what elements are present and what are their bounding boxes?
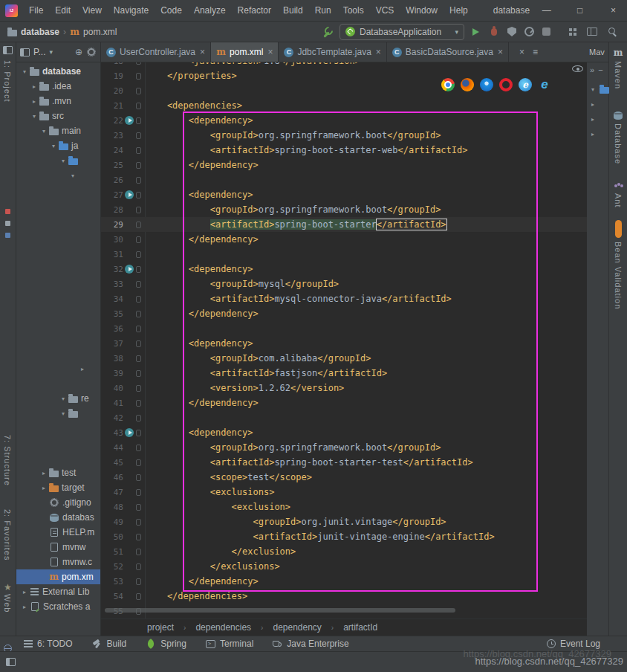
code-line[interactable]: 38<groupId>com.alibaba</groupId>	[101, 351, 587, 366]
wrench-icon[interactable]	[322, 26, 334, 38]
tree-item-main[interactable]: ▾main	[16, 123, 100, 138]
stripe-button-structure[interactable]: 7: Structure	[3, 435, 12, 486]
maven-tree-item[interactable]: ▾	[587, 82, 608, 97]
tree-item-idea[interactable]: ▸.idea	[16, 79, 100, 94]
code-line[interactable]: 40<version>1.2.62</version>	[101, 381, 587, 395]
menu-refactor[interactable]: Refactor	[232, 2, 277, 19]
toolwindow-button-java-enterprise[interactable]: Java Enterprise	[273, 639, 348, 649]
tab-close-icon[interactable]: ×	[200, 47, 205, 57]
tree-item-mvnw-c[interactable]: mvnw.c	[16, 555, 100, 569]
code-line[interactable]: 32<dependency>	[101, 262, 587, 277]
project-panel-title[interactable]: P...	[33, 47, 45, 57]
tab-close-icon[interactable]: ×	[376, 47, 381, 57]
debug-icon[interactable]	[489, 27, 499, 37]
safari-icon[interactable]	[480, 78, 493, 91]
code-editor[interactable]: 18<java.version>1.8</java.version>19</pr…	[101, 62, 587, 618]
ie-icon[interactable]: e	[538, 78, 551, 91]
code-line[interactable]: 39<artifactId>fastjson</artifactId>	[101, 366, 587, 381]
code-line[interactable]: 24<artifactId>spring-boot-starter-web</a…	[101, 143, 587, 158]
tree-arrow-icon[interactable]: ▸	[21, 604, 28, 610]
tree-arrow-icon[interactable]: ▸	[589, 116, 597, 123]
tree-item-node[interactable]: ▾	[16, 168, 100, 183]
toolwindow-toggle-icon[interactable]	[6, 658, 16, 666]
stripe-button-database[interactable]: Database	[613, 112, 623, 164]
tree-arrow-icon[interactable]: ▸	[30, 83, 38, 90]
tab-list-icon[interactable]	[533, 47, 538, 57]
firefox-icon[interactable]	[461, 78, 474, 91]
code-line[interactable]: 35</dependency>	[101, 306, 587, 321]
code-line[interactable]: 34<artifactId>mysql-connector-java</arti…	[101, 291, 587, 306]
tree-item-mvnw[interactable]: mvnw	[16, 540, 100, 555]
menu-file[interactable]: File	[23, 2, 49, 19]
breadcrumb-item-database[interactable]: database	[21, 27, 59, 37]
tree-arrow-icon[interactable]: ▾	[589, 86, 597, 93]
menu-help[interactable]: Help	[444, 2, 474, 19]
code-line[interactable]: 30</dependency>	[101, 232, 587, 247]
menu-edit[interactable]: Edit	[49, 2, 77, 19]
close-icon[interactable]	[519, 47, 524, 57]
tree-item-node[interactable]: ▸	[16, 361, 100, 376]
code-line[interactable]: 27<dependency>	[101, 187, 587, 202]
event-log-button[interactable]: Event Log	[547, 639, 600, 649]
code-line[interactable]: 54</dependencies>	[101, 589, 587, 604]
tab-basicdatasource-java[interactable]: CBasicDataSource.java×	[387, 42, 509, 62]
tree-arrow-icon[interactable]: ▾	[50, 143, 57, 149]
breadcrumb-item-project[interactable]: project	[147, 622, 174, 633]
tree-item-src[interactable]: ▾src	[16, 109, 100, 123]
code-line[interactable]: 52</exclusions>	[101, 559, 587, 574]
tree-item-pom-xm[interactable]: mpom.xm	[16, 569, 100, 584]
tree-item-node[interactable]: ▾	[16, 153, 100, 168]
menu-window[interactable]: Window	[400, 2, 444, 19]
code-line[interactable]: 47<exclusions>	[101, 485, 587, 500]
stripe-button-ant[interactable]: Ant	[614, 181, 623, 208]
code-line[interactable]: 46<scope>test</scope>	[101, 470, 587, 485]
favorites-star-icon[interactable]	[4, 583, 12, 592]
toolwindow-button-6-todo[interactable]: 6: TODO	[24, 639, 73, 649]
stripe-button-project[interactable]: 1: Project	[3, 60, 12, 102]
menu-code[interactable]: Code	[155, 2, 188, 19]
code-line[interactable]: 49<groupId>org.junit.vintage</groupId>	[101, 514, 587, 529]
code-line[interactable]: 29<artifactId>spring-boot-starter</artif…	[101, 217, 587, 232]
tree-arrow-icon[interactable]: ▾	[59, 410, 67, 417]
layout-icon[interactable]	[587, 28, 597, 36]
tree-item-mvn[interactable]: ▸.mvn	[16, 94, 100, 109]
tree-item-databas[interactable]: databas	[16, 510, 100, 525]
tree-arrow-icon[interactable]: ▸	[79, 366, 86, 372]
tree-arrow-icon[interactable]: ▸	[589, 101, 597, 108]
menu-build[interactable]: Build	[277, 2, 309, 19]
breadcrumb-item-artifactid[interactable]: artifactId	[343, 622, 377, 633]
toolwindow-button-spring[interactable]: Spring	[146, 639, 186, 649]
chevrons-right-icon[interactable]	[590, 65, 594, 74]
horizontal-scrollbar[interactable]	[105, 608, 455, 613]
menu-run[interactable]: Run	[309, 2, 337, 19]
tab-close-icon[interactable]: ×	[267, 47, 273, 57]
code-line[interactable]: 37<dependency>	[101, 336, 587, 351]
tree-arrow-icon[interactable]: ▸	[40, 485, 48, 491]
grid-icon[interactable]	[568, 28, 577, 36]
maven-tree-item[interactable]: ▸	[587, 112, 608, 126]
menu-tools[interactable]: Tools	[337, 2, 370, 19]
code-line[interactable]: 41</dependency>	[101, 395, 587, 410]
tree-arrow-icon[interactable]: ▸	[30, 98, 38, 105]
code-line[interactable]: 45<artifactId>spring-boot-starter-test</…	[101, 455, 587, 470]
run-configuration-select[interactable]: DatabaseApplication	[340, 24, 464, 40]
maven-tree-item[interactable]: ▸	[587, 126, 608, 141]
opera-icon[interactable]	[499, 78, 513, 91]
code-line[interactable]: 21<dependencies>	[101, 98, 587, 113]
tree-item-target[interactable]: ▸target	[16, 480, 100, 495]
maximize-button[interactable]: □	[563, 0, 597, 21]
tree-item-gitigno[interactable]: .gitigno	[16, 495, 100, 510]
code-line[interactable]: 42	[101, 410, 587, 425]
tree-item-re[interactable]: ▾re	[16, 391, 100, 406]
tab-close-icon[interactable]: ×	[498, 47, 503, 57]
code-line[interactable]: 36	[101, 321, 587, 336]
tree-arrow-icon[interactable]: ▸	[21, 589, 28, 595]
code-line[interactable]: 28<groupId>org.springframework.boot</gro…	[101, 202, 587, 217]
breadcrumb-item-pom-xml[interactable]: pom.xml	[83, 27, 117, 37]
chrome-icon[interactable]	[441, 78, 455, 91]
tree-arrow-icon[interactable]: ▾	[69, 172, 77, 179]
tree-item-external-lib[interactable]: ▸External Lib	[16, 584, 100, 599]
stripe-button-bean-validation[interactable]: Bean Validation	[614, 220, 623, 309]
code-line[interactable]: 23<groupId>org.springframework.boot</gro…	[101, 128, 587, 143]
tree-item-database[interactable]: ▾database	[16, 64, 100, 79]
